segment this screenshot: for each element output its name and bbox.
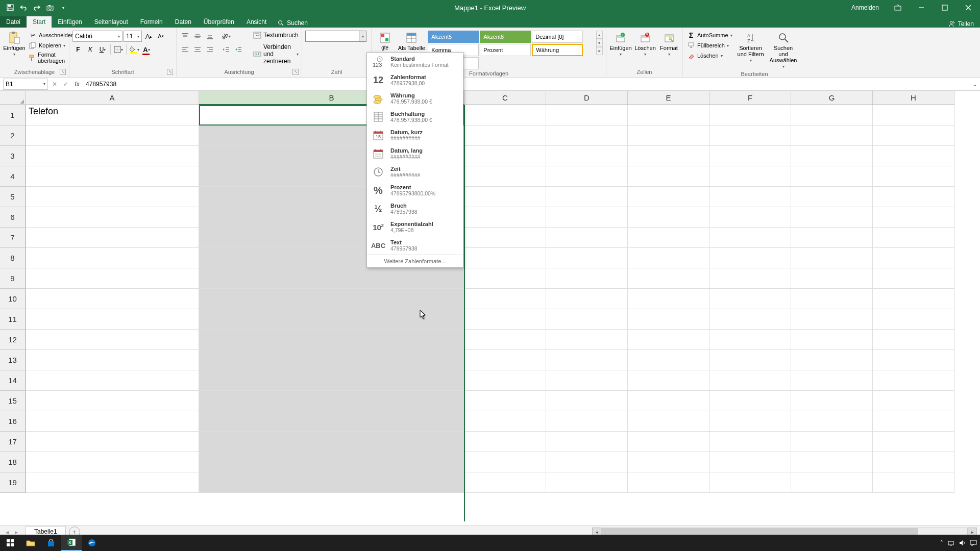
- row-header-4[interactable]: 4: [0, 166, 26, 187]
- format-option-standard[interactable]: 123StandardKein bestimmtes Format: [367, 53, 463, 71]
- cell-A18[interactable]: [26, 452, 199, 472]
- cell-F8[interactable]: [709, 248, 791, 268]
- save-button[interactable]: [4, 2, 16, 14]
- cell-A5[interactable]: [26, 187, 199, 207]
- fill-color-button[interactable]: ▾: [129, 44, 140, 55]
- cell-C5[interactable]: [464, 187, 546, 207]
- gallery-up[interactable]: ▴: [596, 31, 603, 39]
- cell-D4[interactable]: [546, 166, 628, 187]
- cell-D1[interactable]: [546, 105, 628, 126]
- cell-H1[interactable]: [873, 105, 954, 126]
- cell-D6[interactable]: [546, 207, 628, 228]
- cell-H19[interactable]: [873, 472, 954, 493]
- cell-F12[interactable]: [709, 330, 791, 350]
- minimize-button[interactable]: [910, 0, 933, 15]
- cell-A4[interactable]: [26, 166, 199, 187]
- cell-F3[interactable]: [709, 146, 791, 166]
- tab-daten[interactable]: Daten: [169, 16, 198, 28]
- alignment-dialog-launcher[interactable]: ⤡: [292, 69, 299, 75]
- cell-G14[interactable]: [791, 370, 873, 391]
- align-bottom-button[interactable]: [204, 31, 215, 42]
- cell-E5[interactable]: [628, 187, 709, 207]
- cell-E8[interactable]: [628, 248, 709, 268]
- cell-C14[interactable]: [464, 370, 546, 391]
- taskbar-edge[interactable]: [82, 535, 102, 551]
- cell-C16[interactable]: [464, 411, 546, 432]
- signin-link[interactable]: Anmelden: [844, 4, 886, 11]
- cell-B11[interactable]: [199, 309, 464, 330]
- cut-button[interactable]: ✂Ausschneiden: [28, 31, 75, 40]
- cell-D7[interactable]: [546, 228, 628, 248]
- decrease-font-button[interactable]: A▾: [155, 31, 166, 42]
- cell-E3[interactable]: [628, 146, 709, 166]
- tray-network-icon[interactable]: [947, 540, 954, 546]
- share-button[interactable]: Teilen: [948, 20, 980, 28]
- cell-G2[interactable]: [791, 126, 873, 146]
- delete-cells-button[interactable]: ×Löschen▾: [634, 31, 656, 58]
- cell-D18[interactable]: [546, 452, 628, 472]
- decrease-indent-button[interactable]: [220, 44, 232, 55]
- cell-A8[interactable]: [26, 248, 199, 268]
- cell-C17[interactable]: [464, 432, 546, 452]
- cell-H6[interactable]: [873, 207, 954, 228]
- cell-A12[interactable]: [26, 330, 199, 350]
- cell-E19[interactable]: [628, 472, 709, 493]
- cell-D14[interactable]: [546, 370, 628, 391]
- cell-F7[interactable]: [709, 228, 791, 248]
- cell-H16[interactable]: [873, 411, 954, 432]
- cell-F4[interactable]: [709, 166, 791, 187]
- tray-chevron-icon[interactable]: ˄: [940, 540, 943, 546]
- cell-C8[interactable]: [464, 248, 546, 268]
- ribbon-search[interactable]: Suchen: [273, 18, 313, 28]
- cell-F10[interactable]: [709, 289, 791, 309]
- cell-F19[interactable]: [709, 472, 791, 493]
- cell-B14[interactable]: [199, 370, 464, 391]
- cell-E17[interactable]: [628, 432, 709, 452]
- cell-B16[interactable]: [199, 411, 464, 432]
- orientation-button[interactable]: ab▾: [220, 31, 232, 42]
- cell-F1[interactable]: [709, 105, 791, 126]
- cell-B13[interactable]: [199, 350, 464, 370]
- expand-formula-bar[interactable]: ⌄: [970, 81, 980, 88]
- paste-button[interactable]: Einfügen ▾: [3, 31, 26, 58]
- cell-H17[interactable]: [873, 432, 954, 452]
- select-all-corner[interactable]: [0, 91, 26, 105]
- row-header-17[interactable]: 17: [0, 432, 26, 452]
- find-select-button[interactable]: Suchen und Auswählen▾: [768, 31, 799, 70]
- tab-einfuegen[interactable]: Einfügen: [52, 16, 88, 28]
- cell-F16[interactable]: [709, 411, 791, 432]
- cell-F2[interactable]: [709, 126, 791, 146]
- cell-D11[interactable]: [546, 309, 628, 330]
- cell-F5[interactable]: [709, 187, 791, 207]
- more-number-formats[interactable]: Weitere Zahlenformate...: [367, 255, 463, 267]
- cell-D10[interactable]: [546, 289, 628, 309]
- column-header-G[interactable]: G: [791, 91, 873, 105]
- tab-formeln[interactable]: Formeln: [134, 16, 169, 28]
- cell-H12[interactable]: [873, 330, 954, 350]
- cell-E9[interactable]: [628, 268, 709, 289]
- bold-button[interactable]: F: [72, 44, 84, 55]
- cell-C6[interactable]: [464, 207, 546, 228]
- cell-H5[interactable]: [873, 187, 954, 207]
- cell-C7[interactable]: [464, 228, 546, 248]
- cell-H9[interactable]: [873, 268, 954, 289]
- cell-A14[interactable]: [26, 370, 199, 391]
- cell-F18[interactable]: [709, 452, 791, 472]
- ribbon-options-button[interactable]: [886, 0, 910, 15]
- cell-E11[interactable]: [628, 309, 709, 330]
- underline-button[interactable]: U▾: [97, 44, 108, 55]
- cell-A17[interactable]: [26, 432, 199, 452]
- cell-G13[interactable]: [791, 350, 873, 370]
- insert-function-button[interactable]: fx: [71, 79, 83, 90]
- row-header-13[interactable]: 13: [0, 350, 26, 370]
- taskbar-file-explorer[interactable]: [20, 535, 41, 551]
- align-middle-button[interactable]: [192, 31, 203, 42]
- cell-G9[interactable]: [791, 268, 873, 289]
- close-button[interactable]: [957, 0, 980, 15]
- cell-D9[interactable]: [546, 268, 628, 289]
- row-header-18[interactable]: 18: [0, 452, 26, 472]
- cell-F6[interactable]: [709, 207, 791, 228]
- cell-F11[interactable]: [709, 309, 791, 330]
- column-header-D[interactable]: D: [546, 91, 628, 105]
- format-option-exponentialzahl[interactable]: 102Exponentialzahl4,79E+08: [367, 218, 463, 236]
